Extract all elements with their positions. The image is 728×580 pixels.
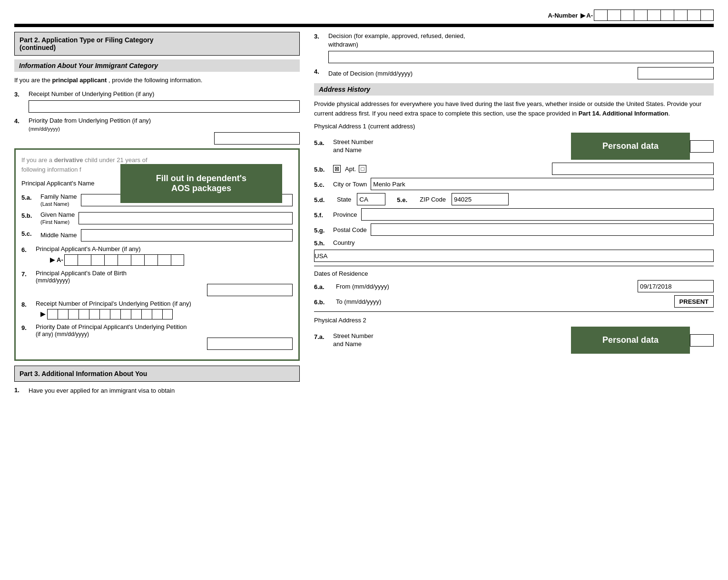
right-5a-input-end[interactable] bbox=[690, 140, 714, 153]
personal-data2-overlay: Personal data bbox=[571, 327, 690, 354]
receipt-box[interactable] bbox=[79, 309, 89, 319]
right-5c-input[interactable] bbox=[371, 178, 714, 190]
deriv-8-label: Receipt Number of Principal's Underlying… bbox=[36, 300, 191, 307]
right-5e-label: ZIP Code bbox=[420, 196, 446, 203]
a-box[interactable] bbox=[144, 254, 157, 266]
deriv-8-row: 8. Receipt Number of Principal's Underly… bbox=[21, 300, 293, 319]
deriv-a-number-row: ▶ A- bbox=[50, 254, 293, 266]
apt-checked-icon: ⊠ bbox=[334, 165, 339, 172]
right-6b-row: 6.b. To (mm/dd/yyyy) PRESENT bbox=[314, 295, 714, 308]
part2-header: Part 2. Application Type or Filing Categ… bbox=[14, 32, 300, 56]
right-field3-input[interactable] bbox=[328, 51, 714, 63]
a-number-box[interactable] bbox=[687, 10, 700, 21]
receipt-box[interactable] bbox=[99, 309, 110, 319]
thick-divider bbox=[14, 24, 714, 27]
a-box[interactable] bbox=[157, 254, 171, 266]
deriv-5b-row: 5.b. Given Name (First Name) bbox=[21, 211, 293, 225]
receipt-box[interactable] bbox=[58, 309, 68, 319]
a-box[interactable] bbox=[131, 254, 144, 266]
receipt-box[interactable] bbox=[152, 309, 162, 319]
right-column: 3. Decision (for example, approved, refu… bbox=[314, 32, 714, 399]
right-6b-label: To (mm/dd/yyyy) bbox=[336, 298, 381, 305]
deriv-5b-sub: (First Name) bbox=[40, 219, 69, 225]
deriv-5a-sub: (Last Name) bbox=[40, 201, 69, 207]
field3-row: 3. Receipt Number of Underlying Petition… bbox=[14, 90, 300, 113]
a-box[interactable] bbox=[91, 254, 104, 266]
deriv-9-label: Priority Date of Principal Applicant's U… bbox=[36, 323, 187, 330]
deriv-9-input[interactable] bbox=[207, 338, 293, 350]
deriv-6-prefix: A- bbox=[57, 256, 63, 263]
apt-checked-checkbox[interactable]: ⊠ bbox=[333, 165, 341, 173]
right-5a-num: 5.a. bbox=[314, 138, 333, 146]
right-5g-row: 5.g. Postal Code bbox=[314, 223, 714, 236]
deriv-7-row: 7. Principal Applicant's Date of Birth (… bbox=[21, 270, 293, 296]
right-7a-label: Street Numberand Name bbox=[333, 332, 374, 348]
right-field3-num: 3. bbox=[314, 32, 328, 40]
right-field4-num: 4. bbox=[314, 67, 328, 75]
immigrant-category-header: Information About Your Immigrant Categor… bbox=[14, 59, 300, 72]
a-box[interactable] bbox=[104, 254, 118, 266]
a-number-box[interactable] bbox=[674, 10, 687, 21]
receipt-box[interactable] bbox=[120, 309, 131, 319]
derivative-bold: derivative bbox=[54, 156, 83, 164]
right-5e-num: 5.e. bbox=[397, 195, 416, 203]
right-5d-5e-row: 5.d. State 5.e. ZIP Code bbox=[314, 193, 714, 205]
right-5d-input[interactable] bbox=[357, 193, 385, 205]
right-5f-input[interactable] bbox=[361, 208, 714, 221]
right-5g-input[interactable] bbox=[371, 223, 714, 236]
right-5a-label: Street Numberand Name bbox=[333, 138, 374, 155]
deriv-7-input[interactable] bbox=[207, 284, 293, 296]
receipt-box[interactable] bbox=[110, 309, 120, 319]
a-number-box[interactable] bbox=[607, 10, 620, 21]
a-number-box[interactable] bbox=[594, 10, 607, 21]
divider2 bbox=[314, 311, 714, 312]
a-number-box[interactable] bbox=[700, 10, 714, 21]
derivative-section: Fill out in dependent's AOS packages If … bbox=[14, 148, 300, 361]
receipt-box[interactable] bbox=[47, 309, 58, 319]
right-6a-num: 6.a. bbox=[314, 282, 333, 290]
right-6b-num: 6.b. bbox=[314, 298, 333, 306]
receipt-boxes bbox=[47, 309, 173, 319]
right-field4-input[interactable] bbox=[638, 67, 714, 79]
a-box[interactable] bbox=[78, 254, 91, 266]
right-field3-row: 3. Decision (for example, approved, refu… bbox=[314, 32, 714, 63]
deriv-8-num: 8. bbox=[21, 300, 36, 308]
right-5c-row: 5.c. City or Town bbox=[314, 178, 714, 190]
right-field4-row: 4. Date of Decision (mm/dd/yyyy) bbox=[314, 67, 714, 79]
right-5b-input[interactable] bbox=[552, 163, 714, 175]
right-5e-input[interactable] bbox=[452, 193, 509, 205]
apt-unchecked-checkbox[interactable]: □ bbox=[359, 165, 366, 173]
right-5h-row: 5.h. Country bbox=[314, 239, 714, 247]
dependent-overlay-banner: Fill out in dependent's AOS packages bbox=[120, 164, 282, 203]
receipt-box[interactable] bbox=[162, 309, 173, 319]
part3-field1-label: Have you ever applied for an immigrant v… bbox=[29, 386, 300, 395]
a-number-box[interactable] bbox=[647, 10, 660, 21]
divider1 bbox=[314, 266, 714, 266]
field4-input[interactable] bbox=[214, 132, 300, 145]
a-box[interactable] bbox=[118, 254, 131, 266]
a-number-box[interactable] bbox=[660, 10, 674, 21]
a-box[interactable] bbox=[64, 254, 78, 266]
receipt-box[interactable] bbox=[68, 309, 79, 319]
right-7a-input-end[interactable] bbox=[690, 334, 714, 347]
field4-label: Priority Date from Underlying Petition (… bbox=[29, 116, 151, 124]
a-number-box[interactable] bbox=[620, 10, 634, 21]
field4-row: 4. Priority Date from Underlying Petitio… bbox=[14, 116, 300, 145]
right-5g-label: Postal Code bbox=[333, 226, 367, 233]
deriv-5b-input[interactable] bbox=[79, 212, 293, 224]
receipt-box[interactable] bbox=[141, 309, 152, 319]
receipt-box[interactable] bbox=[131, 309, 141, 319]
deriv-5a-label: Family Name (Last Name) bbox=[40, 193, 77, 207]
part14-bold: Part 14. Additional Information bbox=[579, 110, 669, 117]
field3-input[interactable] bbox=[29, 100, 300, 113]
deriv-7-label: Principal Applicant's Date of Birth bbox=[36, 270, 127, 277]
part2-subtitle: (continued) bbox=[20, 44, 56, 51]
deriv-5c-num: 5.c. bbox=[21, 229, 40, 237]
right-6a-input[interactable] bbox=[638, 280, 714, 292]
receipt-box[interactable] bbox=[89, 309, 99, 319]
deriv-5c-input[interactable] bbox=[81, 229, 293, 242]
a-number-box[interactable] bbox=[634, 10, 647, 21]
a-box[interactable] bbox=[171, 254, 184, 266]
right-5h-input[interactable] bbox=[314, 250, 714, 262]
right-6a-label: From (mm/dd/yyyy) bbox=[336, 283, 389, 290]
